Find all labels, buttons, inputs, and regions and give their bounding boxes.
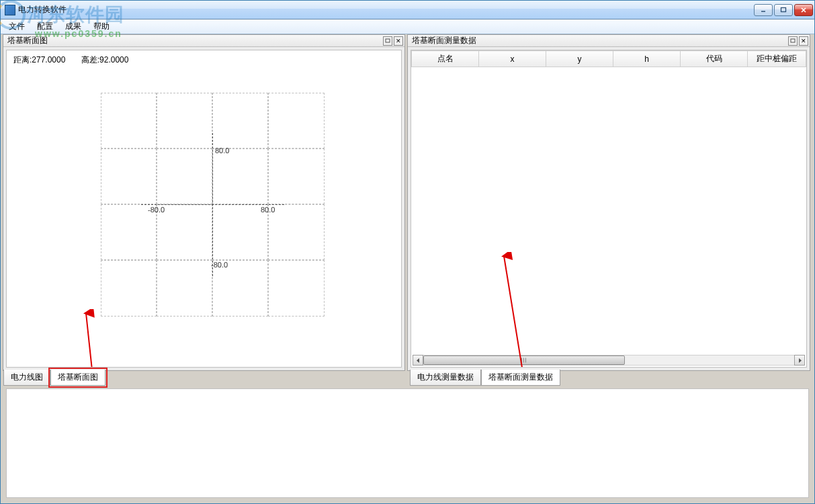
- right-pane-float-button[interactable]: [788, 36, 798, 46]
- right-pane-body: 点名 x y h 代码 距中桩偏距: [411, 50, 807, 368]
- axis-label-x-neg: -80.0: [148, 206, 165, 214]
- svg-line-6: [86, 313, 95, 368]
- axis-label-y-pos: 80.0: [215, 146, 229, 155]
- chart-grid: -80.0 80.0 80.0 -80.0: [101, 93, 325, 317]
- svg-rect-1: [781, 7, 786, 11]
- distance-label: 距离:277.0000: [13, 55, 65, 65]
- col-code[interactable]: 代码: [681, 51, 748, 67]
- left-tabs: 电力线图 塔基断面图: [1, 371, 407, 386]
- app-icon: [5, 5, 15, 15]
- annotation-arrow-left: [79, 309, 99, 368]
- menu-result[interactable]: 成果: [60, 19, 87, 34]
- tab-tower-section-data[interactable]: 塔基断面测量数据: [481, 370, 560, 386]
- left-pane-close-button[interactable]: ✕: [394, 36, 403, 46]
- axis-label-x-pos: 80.0: [261, 206, 275, 214]
- svg-rect-4: [386, 39, 390, 42]
- col-point-name[interactable]: 点名: [412, 51, 479, 67]
- close-button[interactable]: [794, 4, 813, 16]
- svg-marker-8: [417, 358, 419, 363]
- lower-empty-area: [6, 388, 809, 498]
- menu-bar: 文件 配置 成果 帮助: [1, 19, 814, 34]
- svg-marker-9: [799, 358, 802, 363]
- col-h[interactable]: h: [613, 51, 681, 67]
- svg-rect-7: [791, 39, 795, 42]
- menu-help[interactable]: 帮助: [88, 19, 115, 34]
- tab-power-line-data[interactable]: 电力线测量数据: [410, 370, 481, 386]
- graph-info: 距离:277.0000 高差:92.0000: [13, 54, 142, 66]
- col-offset[interactable]: 距中桩偏距: [748, 51, 806, 67]
- horizontal-scrollbar[interactable]: [413, 355, 805, 366]
- tab-power-line-chart[interactable]: 电力线图: [3, 370, 50, 386]
- data-table: 点名 x y h 代码 距中桩偏距: [411, 50, 806, 67]
- col-y[interactable]: y: [546, 51, 613, 67]
- scroll-track[interactable]: [423, 355, 794, 366]
- left-pane-body: 距离:277.0000 高差:92.0000: [6, 50, 402, 368]
- right-tabs: 电力线测量数据 塔基断面测量数据: [407, 371, 812, 386]
- right-pane-close-button[interactable]: ✕: [799, 36, 808, 46]
- maximize-button[interactable]: [774, 4, 793, 16]
- left-pane-titlebar: 塔基断面图 ✕: [3, 35, 404, 47]
- scroll-right-button[interactable]: [794, 355, 805, 366]
- left-pane: 塔基断面图 ✕ 距离:277.0000 高差:92.0000: [3, 34, 405, 371]
- scroll-thumb[interactable]: [423, 355, 625, 365]
- right-pane-titlebar: 塔基断面测量数据 ✕: [408, 35, 810, 47]
- left-pane-title: 塔基断面图: [7, 35, 48, 46]
- height-label: 高差:92.0000: [81, 55, 129, 65]
- right-pane-title: 塔基断面测量数据: [412, 35, 476, 46]
- window-title: 电力转换软件: [18, 4, 754, 15]
- right-pane: 塔基断面测量数据 ✕ 点名 x y h: [407, 34, 810, 371]
- axis-label-y-neg: -80.0: [211, 261, 228, 269]
- col-x[interactable]: x: [479, 51, 546, 67]
- left-pane-float-button[interactable]: [383, 36, 392, 46]
- scroll-left-button[interactable]: [413, 355, 423, 366]
- menu-config[interactable]: 配置: [32, 19, 58, 34]
- tab-tower-section-chart[interactable]: 塔基断面图: [50, 370, 105, 386]
- menu-file[interactable]: 文件: [3, 19, 30, 34]
- window-titlebar: 电力转换软件: [1, 1, 814, 19]
- minimize-button[interactable]: [754, 4, 773, 16]
